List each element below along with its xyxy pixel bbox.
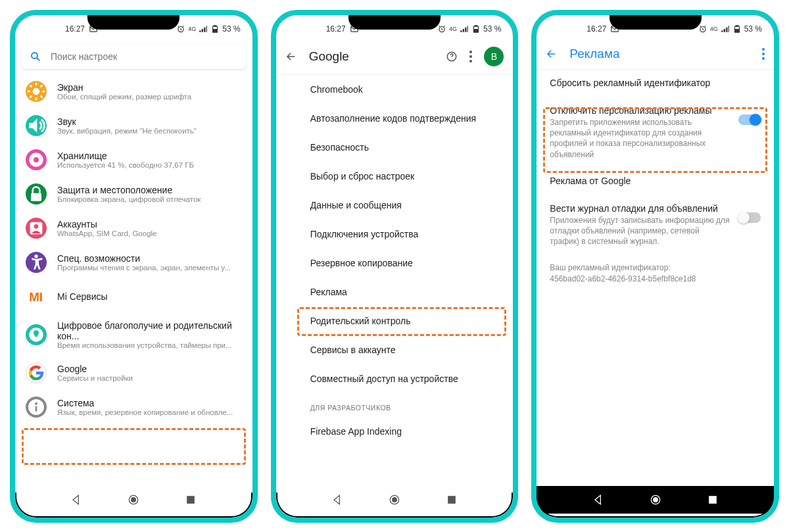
settings-item-volume[interactable]: ЗвукЗвук, вибрация, режим "Не беспокоить… <box>15 109 252 143</box>
svg-rect-20 <box>187 496 195 504</box>
svg-point-8 <box>34 157 39 162</box>
settings-item-lock[interactable]: Защита и местоположениеБлокировка экрана… <box>15 177 252 211</box>
phone-settings: 16:27 4G 53 % ЭкранОбои, спящий режим, р… <box>10 10 258 523</box>
status-time: 16:27 <box>65 24 85 34</box>
svg-point-28 <box>469 55 472 58</box>
battery-icon <box>732 24 742 34</box>
info-icon <box>26 397 47 418</box>
settings-item-a11y[interactable]: Спец. возможностиПрограммы чтения с экра… <box>15 245 252 279</box>
avatar[interactable]: B <box>484 47 504 66</box>
status-bar: 16:27 4G 53 % <box>537 15 774 39</box>
settings-item-mi[interactable]: MIMi Сервисы <box>15 279 252 314</box>
a11y-icon <box>26 252 47 273</box>
google-item-10[interactable]: Совместный доступ на устройстве <box>276 364 514 393</box>
settings-item-sub: Язык, время, резервное копирование и обн… <box>57 408 242 416</box>
google-item-2[interactable]: Безопасность <box>276 133 514 162</box>
settings-item-storage[interactable]: ХранилищеИспользуется 41 %, свободно 37,… <box>15 143 252 177</box>
svg-point-40 <box>762 57 765 60</box>
nav-home[interactable] <box>649 493 662 506</box>
ad-id-info: Ваш рекламный идентификатор: 456bad02-a6… <box>537 254 774 293</box>
section-dev: ДЛЯ РАЗРАБОТЧИКОВ <box>276 393 514 417</box>
back-icon[interactable] <box>546 48 558 60</box>
help-icon[interactable] <box>446 51 458 62</box>
svg-point-11 <box>34 224 39 229</box>
search-bar[interactable] <box>22 44 246 69</box>
svg-point-19 <box>132 498 136 502</box>
pref-title: Сбросить рекламный идентификатор <box>550 78 761 88</box>
battery-icon <box>210 24 220 34</box>
nav-recent[interactable] <box>445 493 458 506</box>
google-item-3[interactable]: Выбор и сброс настроек <box>276 162 514 191</box>
google-item-7[interactable]: Реклама <box>276 278 514 306</box>
nav-recent[interactable] <box>184 493 197 506</box>
nav-back[interactable] <box>331 493 344 506</box>
nav-back[interactable] <box>70 493 83 506</box>
pref-sub: Запретить приложениям использовать рекла… <box>550 117 730 160</box>
volume-icon <box>26 115 47 136</box>
toggle-3[interactable] <box>738 212 761 223</box>
svg-rect-17 <box>36 406 37 412</box>
settings-item-sub: Сервисы и настройки <box>57 374 242 382</box>
back-icon[interactable] <box>285 51 297 62</box>
ads-pref-1[interactable]: Отключить персонализацию рекламыЗапретит… <box>537 97 774 168</box>
settings-item-title: Звук <box>57 116 242 127</box>
search-input[interactable] <box>51 51 238 62</box>
svg-point-5 <box>32 53 37 59</box>
dev-item-0[interactable]: Firebase App Indexing <box>276 417 514 446</box>
settings-item-sub: Программы чтения с экрана, экран, элемен… <box>57 264 242 272</box>
google-item-0[interactable]: Chromebook <box>276 75 514 104</box>
pref-sub: Приложения будут записывать информацию д… <box>550 215 730 247</box>
nav-back[interactable] <box>592 493 605 506</box>
google-item-4[interactable]: Данные и сообщения <box>276 191 514 220</box>
svg-rect-36 <box>736 26 738 26</box>
phone-ads: 16:27 4G 53 % Реклама Сбросить рекламный… <box>531 10 779 523</box>
settings-item-sub: Время использования устройства, таймеры … <box>57 341 242 349</box>
google-item-6[interactable]: Резервное копирование <box>276 249 514 278</box>
svg-point-31 <box>393 498 397 502</box>
svg-point-27 <box>469 51 472 53</box>
settings-item-info[interactable]: СистемаЯзык, время, резервное копировани… <box>15 390 252 424</box>
google-item-8[interactable]: Родительский контроль <box>276 306 514 335</box>
toggle-1[interactable] <box>738 114 761 125</box>
settings-item-wellbeing[interactable]: Цифровое благополучие и родительский кон… <box>15 314 252 356</box>
signal-icon <box>721 24 730 34</box>
ads-pref-0[interactable]: Сбросить рекламный идентификатор <box>537 70 774 97</box>
nav-home[interactable] <box>127 493 140 506</box>
ads-pref-3[interactable]: Вести журнал отладки для объявленийПрило… <box>537 195 774 255</box>
status-time: 16:27 <box>586 24 606 34</box>
nav-recent[interactable] <box>706 493 719 506</box>
settings-item-title: Google <box>57 364 242 374</box>
settings-item-title: Экран <box>57 82 242 93</box>
status-battery: 53 % <box>222 24 240 34</box>
settings-item-sun[interactable]: ЭкранОбои, спящий режим, размер шрифта <box>15 74 252 109</box>
mail-icon <box>89 24 98 34</box>
status-bar: 16:27 4G 53 % <box>276 15 514 39</box>
svg-point-6 <box>33 88 40 95</box>
svg-point-12 <box>34 254 37 258</box>
nav-bar <box>276 486 514 514</box>
google-item-1[interactable]: Автозаполнение кодов подтверждения <box>276 104 514 133</box>
settings-item-title: Защита и местоположение <box>57 185 242 195</box>
google-icon <box>26 362 47 383</box>
google-item-5[interactable]: Подключения устройства <box>276 220 514 249</box>
page-title: Google <box>309 49 435 64</box>
mail-icon <box>350 24 359 34</box>
settings-item-google[interactable]: GoogleСервисы и настройки <box>15 356 252 390</box>
alarm-icon <box>698 24 707 34</box>
nav-bar <box>537 486 774 514</box>
ads-pref-2[interactable]: Реклама от Google <box>537 168 774 195</box>
pref-title: Отключить персонализацию рекламы <box>550 105 730 116</box>
google-item-9[interactable]: Сервисы в аккаунте <box>276 335 514 364</box>
battery-icon <box>471 24 481 34</box>
settings-item-title: Спец. возможности <box>57 253 242 264</box>
phone-google: 16:27 4G 53 % Google B ChromebookАвтозап… <box>271 10 519 523</box>
status-time: 16:27 <box>326 24 346 34</box>
settings-item-title: Хранилище <box>57 151 242 161</box>
overflow-icon[interactable] <box>469 51 472 62</box>
svg-rect-25 <box>474 30 478 32</box>
svg-rect-4 <box>213 30 217 32</box>
overflow-icon[interactable] <box>762 48 765 60</box>
svg-rect-3 <box>214 26 217 26</box>
settings-item-account[interactable]: АккаунтыWhatsApp, SIM Card, Google <box>15 211 252 245</box>
nav-home[interactable] <box>388 493 401 506</box>
